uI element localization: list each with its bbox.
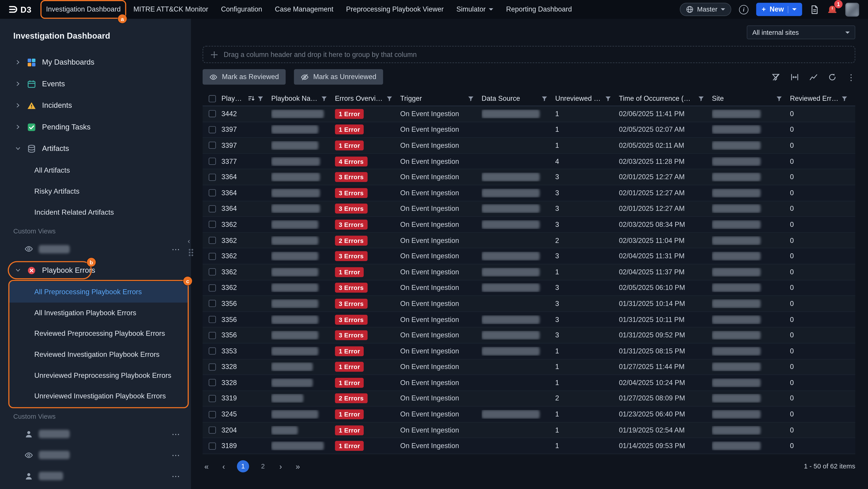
errors-badge[interactable]: 4 Errors [335, 156, 368, 166]
column-header-data-source[interactable]: Data Source [482, 95, 555, 102]
table-row[interactable]: 33643 ErrorsOn Event Ingestion302/01/202… [203, 169, 855, 185]
more-options-icon[interactable]: ⋯ [172, 430, 180, 438]
sidebar-item-all-artifacts[interactable]: All Artifacts [0, 159, 191, 180]
errors-badge[interactable]: 3 Errors [335, 188, 368, 198]
new-button[interactable]: + New [756, 3, 802, 16]
column-header-time-of-occurrence-utc[interactable]: Time of Occurrence (UTC) [619, 95, 712, 102]
table-row[interactable]: 33531 ErrorOn Event Ingestion101/31/2025… [203, 344, 855, 359]
chart-icon[interactable] [809, 73, 817, 81]
nav-item-reporting-dashboard[interactable]: Reporting Dashboard [505, 2, 573, 17]
errors-badge[interactable]: 1 Error [335, 441, 364, 451]
table-row[interactable]: 33643 ErrorsOn Event Ingestion302/01/202… [203, 185, 855, 201]
custom-view-item[interactable]: ⋯ [0, 445, 191, 465]
user-avatar[interactable] [845, 2, 859, 16]
sidebar-item-pending-tasks[interactable]: Pending Tasks [0, 116, 191, 138]
filter-icon[interactable] [776, 95, 782, 101]
sidebar-item-my-dashboards[interactable]: My Dashboards [0, 52, 191, 73]
table-row[interactable]: 33971 ErrorOn Event Ingestion102/05/2025… [203, 122, 855, 138]
column-header-playbook-name[interactable]: Playbook Name [271, 95, 335, 102]
nav-item-mitre-attck-monitor[interactable]: MITRE ATT&CK Monitor [132, 2, 209, 17]
sidebar-item-risky-artifacts[interactable]: Risky Artifacts [0, 180, 191, 201]
row-checkbox[interactable] [209, 205, 216, 213]
filter-icon[interactable] [841, 95, 847, 101]
clear-filters-icon[interactable] [772, 73, 780, 81]
errors-badge[interactable]: 1 Error [335, 140, 364, 151]
filter-icon[interactable] [605, 95, 611, 101]
submenu-reviewed-investigation-playbook-errors[interactable]: Reviewed Investigation Playbook Errors [9, 344, 188, 365]
sidebar-item-incident-related-artifacts[interactable]: Incident Related Artifacts [0, 201, 191, 222]
more-options-icon[interactable]: ⋯ [172, 451, 180, 459]
errors-badge[interactable]: 3 Errors [335, 251, 368, 261]
errors-badge[interactable]: 3 Errors [335, 220, 368, 230]
errors-badge[interactable]: 3 Errors [335, 204, 368, 214]
row-checkbox[interactable] [209, 142, 216, 149]
table-row[interactable]: 33622 ErrorsOn Event Ingestion202/03/202… [203, 233, 855, 249]
submenu-unreviewed-investigation-playbook-errors[interactable]: Unreviewed Investigation Playbook Errors [9, 386, 188, 406]
row-checkbox[interactable] [209, 395, 216, 402]
group-by-dropzone[interactable]: Drag a column header and drop it here to… [203, 46, 855, 63]
row-checkbox[interactable] [209, 173, 216, 181]
table-row[interactable]: 33623 ErrorsOn Event Ingestion302/05/202… [203, 280, 855, 296]
row-checkbox[interactable] [209, 379, 216, 386]
errors-badge[interactable]: 1 Error [335, 410, 364, 419]
errors-badge[interactable]: 2 Errors [335, 235, 368, 246]
errors-badge[interactable]: 1 Error [335, 362, 364, 372]
table-row[interactable]: 33563 ErrorsOn Event Ingestion301/31/202… [203, 312, 855, 328]
table-row[interactable]: 33281 ErrorOn Event Ingestion102/04/2025… [203, 375, 855, 391]
nav-item-simulator[interactable]: Simulator [455, 2, 494, 17]
row-checkbox[interactable] [209, 158, 216, 165]
errors-badge[interactable]: 3 Errors [335, 330, 368, 340]
table-row[interactable]: 33281 ErrorOn Event Ingestion101/27/2025… [203, 359, 855, 375]
more-options-icon[interactable]: ⋯ [172, 472, 180, 480]
more-menu-icon[interactable]: ⋮ [847, 73, 855, 81]
table-row[interactable]: 33623 ErrorsOn Event Ingestion302/03/202… [203, 217, 855, 233]
sidebar-item-incidents[interactable]: Incidents [0, 95, 191, 116]
row-checkbox[interactable] [209, 221, 216, 228]
row-checkbox[interactable] [209, 126, 216, 133]
errors-badge[interactable]: 1 Error [335, 267, 364, 277]
column-header-site[interactable]: Site [712, 95, 790, 102]
table-row[interactable]: 32451 ErrorOn Event Ingestion101/23/2025… [203, 407, 855, 423]
page-1-button[interactable]: 1 [237, 460, 249, 472]
document-icon[interactable] [810, 5, 819, 14]
sidebar-item-artifacts[interactable]: Artifacts [0, 138, 191, 159]
submenu-all-preprocessing-playbook-errors[interactable]: All Preprocessing Playbook Errors [9, 282, 188, 302]
d3-logo[interactable]: D3 [9, 5, 32, 14]
column-header-errors-overview[interactable]: Errors Overview [335, 95, 400, 102]
row-checkbox[interactable] [209, 427, 216, 434]
table-row[interactable]: 34421 ErrorOn Event Ingestion102/06/2025… [203, 106, 855, 122]
errors-badge[interactable]: 3 Errors [335, 283, 368, 293]
custom-view-item[interactable]: ⋯ [0, 423, 191, 445]
filter-icon[interactable] [321, 95, 327, 101]
table-row[interactable]: 33643 ErrorsOn Event Ingestion302/01/202… [203, 201, 855, 217]
table-row[interactable]: 33563 ErrorsOn Event Ingestion301/31/202… [203, 328, 855, 344]
row-checkbox[interactable] [209, 363, 216, 370]
submenu-unreviewed-preprocessing-playbook-errors[interactable]: Unreviewed Preprocessing Playbook Errors [9, 365, 188, 386]
table-row[interactable]: 33774 ErrorsOn Event Ingestion402/03/202… [203, 154, 855, 169]
next-page-button[interactable]: › [277, 462, 284, 471]
sidebar-item-playbook-errors[interactable]: Playbook Errors b [0, 259, 191, 281]
table-row[interactable]: 31891 ErrorOn Event Ingestion101/14/2025… [203, 438, 855, 454]
more-options-icon[interactable]: ⋯ [172, 245, 180, 253]
column-header-trigger[interactable]: Trigger [400, 95, 482, 102]
errors-badge[interactable]: 3 Errors [335, 172, 368, 182]
table-row[interactable]: 33563 ErrorsOn Event Ingestion301/31/202… [203, 296, 855, 312]
table-row[interactable]: 33192 ErrorsOn Event Ingestion201/27/202… [203, 391, 855, 407]
row-checkbox[interactable] [209, 316, 216, 323]
row-checkbox[interactable] [209, 110, 216, 118]
errors-badge[interactable]: 1 Error [335, 125, 364, 135]
errors-badge[interactable]: 1 Error [335, 346, 364, 356]
table-row[interactable]: 33971 ErrorOn Event Ingestion102/05/2025… [203, 138, 855, 154]
table-row[interactable]: 33621 ErrorOn Event Ingestion102/04/2025… [203, 264, 855, 280]
page-2-button[interactable]: 2 [258, 462, 268, 470]
custom-view-item[interactable]: ⋯ [0, 238, 191, 259]
mark-as-reviewed-button[interactable]: Mark as Reviewed [203, 69, 285, 85]
sidebar-collapse-button[interactable]: ‹ [188, 237, 190, 245]
nav-item-case-management[interactable]: Case Management [274, 2, 334, 17]
filter-icon[interactable] [468, 95, 474, 101]
submenu-reviewed-preprocessing-playbook-errors[interactable]: Reviewed Preprocessing Playbook Errors [9, 323, 188, 344]
errors-badge[interactable]: 1 Error [335, 425, 364, 435]
row-checkbox[interactable] [209, 189, 216, 197]
last-page-button[interactable]: » [294, 462, 302, 471]
filter-icon[interactable] [698, 95, 704, 101]
